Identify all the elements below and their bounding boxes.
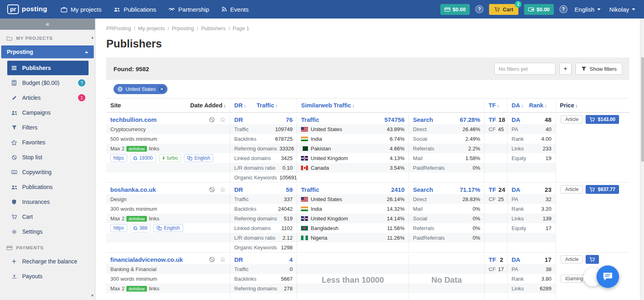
table-subrow: Article bbox=[556, 255, 630, 264]
breadcrumb-item[interactable]: PRPosting bbox=[106, 25, 131, 31]
links-note: Max 2dofollowlinks bbox=[110, 286, 159, 292]
column-header-tf[interactable]: TF bbox=[489, 102, 499, 109]
dofollow-badge: dofollow bbox=[126, 286, 147, 292]
da-cell: DA17PA38Rank3.80Links6289 bbox=[508, 255, 556, 300]
saved-filters-input[interactable] bbox=[494, 63, 555, 75]
cart-button[interactable]: 2 Cart bbox=[489, 4, 518, 15]
nav-item-partnership[interactable]: Partnership bbox=[168, 6, 209, 13]
table-subrow: Max 2dofollowlinks bbox=[106, 284, 230, 293]
tf-cell: TF2CF17 bbox=[485, 255, 508, 300]
nav-item-publications[interactable]: Publications bbox=[114, 6, 156, 13]
balance-wallet-badge[interactable]: $0.00 bbox=[524, 4, 554, 15]
site-link[interactable]: financialadvicenow.co.uk bbox=[110, 256, 183, 263]
breadcrumb-item[interactable]: Publishers bbox=[201, 25, 226, 31]
table-subrow: Pakistan4.66% bbox=[297, 144, 409, 153]
sidebar-item-recharge-the-balance[interactable]: Recharge the balance bbox=[7, 254, 89, 269]
block-site-icon[interactable] bbox=[209, 257, 215, 263]
logo[interactable]: pr posting bbox=[7, 4, 47, 14]
sidebar-item-publications[interactable]: Publications bbox=[7, 180, 89, 194]
site-link[interactable]: boshanka.co.uk bbox=[110, 186, 156, 193]
metric-value: 3425 bbox=[281, 155, 293, 161]
help-icon[interactable]: ? bbox=[475, 5, 483, 13]
dofollow-badge: dofollow bbox=[126, 146, 147, 152]
column-header-similarweb-traffic[interactable]: Similarweb Traffic bbox=[301, 102, 355, 109]
sort-icon bbox=[243, 102, 246, 109]
column-header-price[interactable]: Price bbox=[560, 102, 578, 109]
sidebar-item-articles[interactable]: Articles1 bbox=[7, 90, 89, 105]
metric-group-label: TF bbox=[489, 186, 496, 193]
favorite-star-icon[interactable]: ☆ bbox=[220, 186, 226, 193]
site-link[interactable]: techbullion.com bbox=[110, 116, 157, 123]
sidebar-scroll-down-icon[interactable]: ▼ bbox=[91, 294, 94, 298]
sidebar-scroll-up-icon[interactable]: ▲ bbox=[91, 35, 94, 39]
funnel-icon bbox=[10, 125, 18, 130]
metric-label: Rank bbox=[512, 276, 524, 282]
add-filter-button[interactable]: + bbox=[559, 63, 572, 75]
metric-label: Direct bbox=[413, 126, 427, 132]
metric-label: CF bbox=[489, 196, 495, 202]
sidebar-item-filters[interactable]: Filters bbox=[7, 120, 89, 135]
chevron-down-icon bbox=[597, 8, 601, 10]
breadcrumb-item[interactable]: Page 1 bbox=[233, 25, 249, 31]
sidebar-item-settings[interactable]: Settings bbox=[7, 224, 89, 239]
language-selector[interactable]: English bbox=[573, 6, 602, 13]
payments-section-label: PAYMENTS bbox=[0, 239, 95, 254]
nav-item-my-projects[interactable]: My projects bbox=[61, 6, 101, 13]
country-percent: 43.89% bbox=[387, 126, 405, 132]
country-percent: 4.66% bbox=[390, 146, 405, 152]
metric-value: 25 bbox=[498, 196, 504, 202]
dofollow-badge: dofollow bbox=[126, 216, 147, 222]
table-subrow: TF18 bbox=[485, 115, 507, 124]
column-header-da[interactable]: DA bbox=[512, 102, 523, 109]
help-badge[interactable]: ? bbox=[78, 79, 85, 86]
sidebar-collapse-button[interactable] bbox=[0, 18, 95, 30]
column-header-rank[interactable]: Rank bbox=[529, 102, 547, 109]
top-navbar: pr posting My projectsPublicationsPartne… bbox=[0, 0, 644, 18]
table-subrow: financialadvicenow.co.uk☆ bbox=[106, 255, 230, 264]
sidebar-item-publishers[interactable]: Publishers bbox=[7, 61, 89, 75]
scrollbar-thumb[interactable] bbox=[641, 57, 644, 162]
metric-value: 2.12 bbox=[283, 235, 293, 241]
column-header-site[interactable]: Site bbox=[110, 102, 121, 109]
sidebar-item-stop-list[interactable]: Stop list bbox=[7, 150, 89, 164]
project-selector[interactable]: Prposting bbox=[1, 45, 94, 58]
sidebar-item-campaigns[interactable]: Campaigns bbox=[7, 105, 89, 120]
column-header-date-added[interactable]: Date Added bbox=[190, 102, 226, 109]
sidebar-item-copywriting[interactable]: Copywriting bbox=[7, 165, 89, 179]
nav-item-events[interactable]: Events bbox=[221, 6, 249, 13]
show-filters-button[interactable]: Show filters bbox=[576, 63, 622, 75]
table-subrow: Rank4.00 bbox=[508, 134, 555, 144]
sidebar-item-budget-0-00[interactable]: Budget ($0.00)? bbox=[7, 76, 89, 90]
sidebar-item-cart[interactable]: Cart bbox=[7, 210, 89, 224]
breadcrumb-item[interactable]: Prposting bbox=[172, 25, 194, 31]
breadcrumb-item[interactable]: My projects bbox=[138, 25, 165, 31]
chat-bubble-icon[interactable] bbox=[597, 265, 619, 288]
favorite-star-icon[interactable]: ☆ bbox=[220, 256, 226, 263]
filter-chip-united-states[interactable]: United States ✕ bbox=[114, 84, 167, 94]
block-site-icon[interactable] bbox=[209, 117, 215, 123]
column-header-traffic[interactable]: Traffic bbox=[256, 102, 277, 109]
metric-value: 0% bbox=[473, 216, 480, 222]
balance-card-badge[interactable]: $0.00 bbox=[440, 4, 470, 15]
metric-label: PaidReferrals bbox=[413, 165, 445, 171]
https-badge: https bbox=[110, 154, 127, 162]
remove-filter-icon[interactable]: ✕ bbox=[159, 86, 165, 92]
sidebar-item-favorites[interactable]: Favorites bbox=[7, 135, 89, 150]
sidebar-item-payouts[interactable]: Payouts bbox=[7, 269, 89, 284]
metric-group-label: TF bbox=[489, 116, 496, 123]
user-menu[interactable]: Nikolay bbox=[608, 6, 637, 13]
table-subrow: TF24 bbox=[485, 185, 507, 194]
metric-label: CF bbox=[489, 126, 495, 132]
buy-button[interactable] bbox=[586, 255, 599, 264]
metric-label: Mail bbox=[413, 206, 423, 212]
column-header-dr[interactable]: DR bbox=[234, 102, 246, 109]
favorite-star-icon[interactable]: ☆ bbox=[220, 116, 226, 123]
table-subrow bbox=[508, 173, 555, 182]
block-site-icon[interactable] bbox=[209, 187, 215, 193]
buy-button[interactable]: $637.77 bbox=[586, 185, 619, 194]
sidebar-item-insurances[interactable]: Insurances bbox=[7, 195, 89, 209]
table-subrow: boshanka.co.uk☆ bbox=[106, 185, 230, 194]
buy-button[interactable]: $143.00 bbox=[586, 115, 619, 124]
chat-launcher[interactable] bbox=[597, 265, 619, 288]
help-icon[interactable]: ? bbox=[559, 5, 568, 13]
